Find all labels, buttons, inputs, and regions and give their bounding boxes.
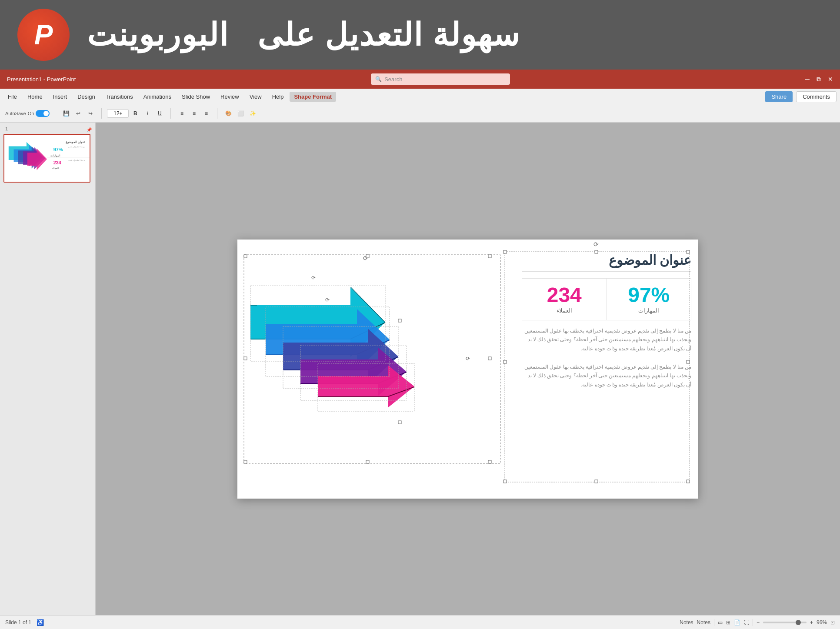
toolbar-sep-1 <box>55 108 55 119</box>
file-toolbar-group: 💾 ↩ ↪ <box>59 108 98 119</box>
align-center-button[interactable]: ≡ <box>188 108 200 119</box>
slide-right-panel: عنوان الموضوع 97% المهارات 234 العملاء <box>522 253 691 389</box>
align-right-button[interactable]: ≡ <box>200 108 212 119</box>
svg-text:234: 234 <box>53 160 61 165</box>
search-icon: 🔍 <box>375 76 382 82</box>
zoom-out-button[interactable]: − <box>757 619 760 626</box>
redo-button[interactable]: ↪ <box>85 108 96 119</box>
svg-rect-57 <box>595 480 598 483</box>
menu-animations[interactable]: Animations <box>139 92 176 102</box>
ppt-logo: P <box>17 9 70 61</box>
share-button[interactable]: Share <box>765 91 793 102</box>
minimize-button[interactable]: ─ <box>805 76 810 83</box>
undo-button[interactable]: ↩ <box>73 108 84 119</box>
stat-1-number: 97% <box>613 285 685 306</box>
zoom-in-button[interactable]: + <box>810 619 813 626</box>
align-toolbar-group: ≡ ≡ ≡ <box>174 108 213 119</box>
slide-title: عنوان الموضوع <box>522 253 691 272</box>
header-title-part2: البوربوينت <box>87 17 229 52</box>
autosave-toggle[interactable] <box>36 110 50 117</box>
align-left-button[interactable]: ≡ <box>176 108 187 119</box>
title-bar: Presentation1 - PowerPoint 🔍 Search ─ ⧉ … <box>0 70 840 89</box>
stat-2-number: 234 <box>528 285 600 306</box>
font-size-input[interactable]: 12+ <box>107 109 129 118</box>
menu-review[interactable]: Review <box>216 92 243 102</box>
svg-text:العملاء: العملاء <box>52 167 59 170</box>
svg-rect-56 <box>503 480 507 483</box>
restore-button[interactable]: ⧉ <box>817 76 821 83</box>
close-button[interactable]: ✕ <box>828 76 833 83</box>
slide-1-thumb[interactable]: 1 📌 97% المهارات 234 العملاء <box>3 126 92 183</box>
arrows-infographic: ⟳ <box>242 253 511 479</box>
window-controls: ─ ⧉ ✕ <box>805 76 833 83</box>
save-button[interactable]: 💾 <box>60 108 72 119</box>
svg-rect-37 <box>244 460 247 463</box>
slide-content: ⟳ <box>237 240 698 499</box>
menu-design[interactable]: Design <box>73 92 99 102</box>
normal-view-button[interactable]: ▭ <box>718 619 723 626</box>
svg-text:⟳: ⟳ <box>325 297 330 303</box>
slide-thumb-svg: 97% المهارات 234 العملاء عنوان الموضوع م… <box>4 134 90 183</box>
svg-rect-34 <box>488 255 491 258</box>
logo-letter: P <box>34 19 53 51</box>
bold-button[interactable]: B <box>130 108 141 119</box>
stat-1-box: 97% المهارات <box>607 279 691 320</box>
menu-bar: File Home Insert Design Transitions Anim… <box>0 89 840 104</box>
menu-view[interactable]: View <box>245 92 266 102</box>
shape-outline-button[interactable]: ⬜ <box>235 108 246 119</box>
svg-text:⟳: ⟳ <box>311 275 316 281</box>
status-sep-2 <box>753 619 753 626</box>
svg-text:⟳: ⟳ <box>466 356 470 362</box>
menu-home[interactable]: Home <box>23 92 47 102</box>
slide-thumbnail-1[interactable]: 97% المهارات 234 العملاء عنوان الموضوع م… <box>3 134 90 183</box>
slide-sorter-button[interactable]: ⊞ <box>726 619 730 626</box>
slide-info: Slide 1 of 1 <box>5 619 31 626</box>
stat-1-label: المهارات <box>613 307 685 314</box>
italic-button[interactable]: I <box>142 108 153 119</box>
slide-pin-icon: 📌 <box>87 127 92 132</box>
menu-shape-format[interactable]: Shape Format <box>290 92 336 102</box>
menu-help[interactable]: Help <box>268 92 288 102</box>
search-area: 🔍 Search <box>76 73 805 85</box>
toolbar-sep-2 <box>101 108 102 119</box>
svg-rect-32 <box>244 255 247 258</box>
description-1: من منا لا يطمح إلى تقديم عروض تقديمية اح… <box>522 326 691 358</box>
menu-transitions[interactable]: Transitions <box>101 92 137 102</box>
slides-panel: 1 📌 97% المهارات 234 العملاء <box>0 123 96 615</box>
svg-text:⟳: ⟳ <box>593 241 599 248</box>
canvas-area[interactable]: ⟳ <box>96 123 840 615</box>
slide-canvas[interactable]: ⟳ <box>237 240 698 499</box>
shape-fill-button[interactable]: 🎨 <box>223 108 234 119</box>
search-placeholder: Search <box>384 76 402 83</box>
reading-view-button[interactable]: 📄 <box>734 619 740 626</box>
search-box[interactable]: 🔍 Search <box>371 73 510 85</box>
svg-text:من منا لا يطمح إلى تقديم: من منا لا يطمح إلى تقديم <box>68 146 85 148</box>
menu-slideshow[interactable]: Slide Show <box>177 92 214 102</box>
svg-marker-30 <box>318 396 388 397</box>
zoom-slider[interactable] <box>763 622 807 623</box>
comments-button[interactable]: Comments <box>796 91 837 102</box>
svg-rect-36 <box>488 357 491 360</box>
fit-slide-button[interactable]: ⊡ <box>830 619 835 626</box>
format-toolbar-group: 12+ B I U <box>105 108 167 119</box>
status-bar: Slide 1 of 1 ♿ Notes Notes ▭ ⊞ 📄 ⛶ − + 9… <box>0 615 840 629</box>
shape-effects-button[interactable]: ✨ <box>247 108 258 119</box>
toolbar-sep-3 <box>170 108 171 119</box>
header-title: سهولة التعديل على البوربوينت <box>87 17 520 53</box>
notes-label-text: Notes <box>697 619 710 626</box>
zoom-thumb <box>796 620 801 625</box>
menu-insert[interactable]: Insert <box>49 92 72 102</box>
autosave-label: AutoSave <box>5 111 26 116</box>
header-banner: P سهولة التعديل على البوربوينت <box>0 0 840 70</box>
menu-file[interactable]: File <box>3 92 21 102</box>
notes-button[interactable]: Notes <box>680 619 693 626</box>
underline-button[interactable]: U <box>154 108 165 119</box>
toolbar-sep-4 <box>217 108 217 119</box>
svg-text:عنوان الموضوع: عنوان الموضوع <box>66 140 85 144</box>
svg-marker-16 <box>250 305 257 306</box>
shape-toolbar-group: 🎨 ⬜ ✨ <box>221 108 260 119</box>
svg-rect-38 <box>366 460 369 463</box>
toolbar: AutoSave On 💾 ↩ ↪ 12+ B I U ≡ ≡ ≡ 🎨 ⬜ ✨ <box>0 104 840 123</box>
slide-number-1: 1 <box>3 126 8 131</box>
presenter-view-button[interactable]: ⛶ <box>744 619 749 626</box>
